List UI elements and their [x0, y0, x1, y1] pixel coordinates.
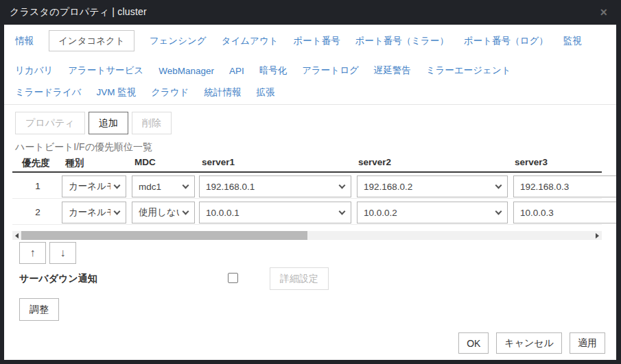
type-select[interactable]: カーネルモ [62, 202, 126, 223]
priority-value: 1 [27, 181, 48, 191]
add-button[interactable]: 追加 [89, 112, 128, 134]
tab-cloud[interactable]: クラウド [151, 86, 189, 99]
server3-select[interactable]: 10.0.0.3 [513, 202, 616, 223]
server1-select[interactable]: 192.168.0.1 [199, 175, 351, 197]
scroll-left-icon[interactable] [12, 231, 21, 240]
dialog-content: 情報 インタコネクト フェンシング タイムアウト ポート番号 ポート番号（ミラー… [4, 25, 616, 360]
remove-button: 削除 [132, 112, 172, 134]
move-down-button[interactable]: ↓ [49, 242, 76, 264]
scroll-right-icon[interactable] [593, 231, 602, 240]
row-separator [12, 224, 602, 225]
scrollbar-thumb[interactable] [21, 231, 307, 240]
chevron-down-icon [114, 182, 121, 189]
tab-mirror-agent[interactable]: ミラーエージェント [426, 64, 511, 77]
ok-button[interactable]: OK [458, 332, 489, 354]
chevron-down-icon [183, 208, 189, 215]
server1-select[interactable]: 10.0.0.1 [199, 202, 351, 223]
dialog-title: クラスタのプロパティ | cluster [10, 6, 147, 19]
tab-delay-warning[interactable]: 遅延警告 [374, 64, 411, 77]
heartbeat-caption: ハートビートI/Fの優先順位一覧 [15, 141, 152, 154]
tab-mirror-driver[interactable]: ミラードライバ [15, 86, 81, 99]
tab-alert-log[interactable]: アラートログ [302, 64, 359, 77]
column-header-server3: server3 [515, 157, 548, 167]
tune-button[interactable]: 調整 [19, 298, 59, 321]
horizontal-scrollbar[interactable] [12, 231, 602, 240]
apply-button[interactable]: 適用 [570, 332, 605, 354]
tab-port-number[interactable]: ポート番号 [294, 35, 340, 47]
tab-jvm-monitor[interactable]: JVM 監視 [96, 86, 136, 99]
column-header-server2: server2 [358, 157, 391, 167]
type-select[interactable]: カーネルモ [62, 175, 126, 197]
tab-webmanager[interactable]: WebManager [159, 66, 214, 76]
close-icon[interactable]: × [596, 5, 611, 20]
dialog-footer: OK キャンセル 適用 [458, 332, 605, 354]
tab-encryption[interactable]: 暗号化 [259, 64, 288, 77]
tab-port-number-mirror[interactable]: ポート番号（ミラー） [355, 35, 449, 47]
tab-fencing[interactable]: フェンシング [150, 35, 207, 47]
column-header-server1: server1 [202, 157, 235, 167]
table-row: 1 カーネルモ mdc1 192.168.0.1 192.168.0.2 192… [4, 175, 616, 197]
mdc-select[interactable]: mdc1 [132, 175, 195, 197]
priority-reorder-controls: ↑ ↓ [19, 242, 76, 264]
server2-select[interactable]: 192.168.0.2 [357, 175, 508, 197]
tab-interconnect[interactable]: インタコネクト [49, 30, 134, 51]
server2-select[interactable]: 10.0.0.2 [357, 202, 508, 223]
heartbeat-table-header: 優先度 種別 MDC server1 server2 server3 [4, 157, 616, 171]
table-row: 2 カーネルモ 使用しない 10.0.0.1 10.0.0.2 10.0.0.3 [4, 202, 616, 223]
cluster-properties-dialog: クラスタのプロパティ | cluster × 情報 インタコネクト フェンシング… [0, 0, 621, 364]
chevron-down-icon [495, 208, 502, 215]
tab-recovery[interactable]: リカバリ [15, 64, 53, 77]
tab-statistics[interactable]: 統計情報 [204, 86, 241, 99]
tab-strip-row3: ミラードライバ JVM 監視 クラウド 統計情報 拡張 [15, 84, 613, 101]
tab-api[interactable]: API [229, 66, 244, 76]
dialog-titlebar: クラスタのプロパティ | cluster × [0, 0, 621, 25]
move-up-button[interactable]: ↑ [19, 242, 46, 264]
cancel-button[interactable]: キャンセル [496, 332, 562, 354]
column-header-priority: 優先度 [22, 157, 50, 169]
mdc-select[interactable]: 使用しない [132, 202, 195, 223]
chevron-down-icon [183, 182, 189, 189]
row-separator [12, 198, 602, 199]
chevron-down-icon [339, 182, 346, 189]
heartbeat-toolbar: プロパティ 追加 削除 [15, 112, 172, 134]
tab-strip-row1: 情報 インタコネクト フェンシング タイムアウト ポート番号 ポート番号（ミラー… [15, 30, 613, 51]
tab-separator [4, 104, 616, 105]
tab-alert-service[interactable]: アラートサービス [68, 64, 143, 77]
column-header-type: 種別 [65, 157, 84, 169]
server-down-label: サーバダウン通知 [19, 273, 97, 285]
server-down-checkbox[interactable] [228, 273, 238, 283]
properties-button: プロパティ [15, 112, 85, 134]
priority-value: 2 [27, 207, 48, 217]
chevron-down-icon [339, 208, 346, 215]
tab-port-number-log[interactable]: ポート番号（ログ） [464, 35, 548, 47]
tab-timeout[interactable]: タイムアウト [222, 35, 279, 47]
chevron-down-icon [495, 182, 502, 189]
tab-info[interactable]: 情報 [15, 35, 34, 47]
detail-settings-button: 詳細設定 [270, 267, 329, 290]
server3-select[interactable]: 192.168.0.3 [513, 175, 616, 197]
header-underline [12, 171, 602, 173]
tab-extension[interactable]: 拡張 [256, 86, 274, 99]
tab-strip-row2: リカバリ アラートサービス WebManager API 暗号化 アラートログ … [15, 62, 613, 79]
tab-monitor[interactable]: 監視 [563, 35, 582, 47]
chevron-down-icon [114, 208, 121, 215]
column-header-mdc: MDC [134, 157, 156, 167]
